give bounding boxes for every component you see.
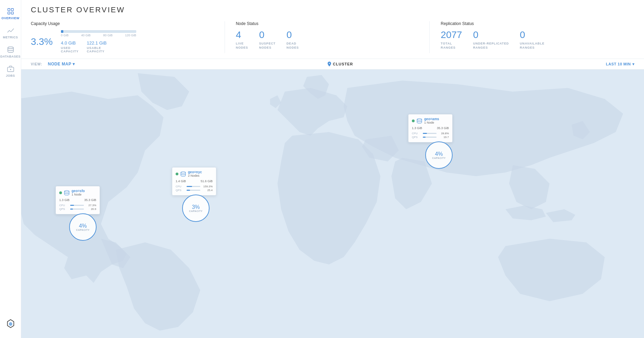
location-icon [328, 62, 331, 66]
suspect-nodes-number: 0 [259, 30, 276, 40]
nyc-popup-header: geo=nyc 2 Nodes [176, 170, 213, 177]
nyc-qps-bar [187, 190, 200, 191]
ams-db-icon [416, 118, 422, 124]
total-ranges-stat: 2077 TOTALRANGES [441, 30, 462, 50]
bar-label-80: 80 GiB [103, 34, 113, 37]
ams-qps-bar [423, 137, 437, 138]
capacity-title: Capacity Usage [31, 21, 214, 26]
capacity-percentage: 3.3% [31, 36, 53, 47]
nyc-db-icon [180, 171, 186, 177]
ams-qps-fill [423, 137, 426, 138]
nyc-total-gib: 51.6 GiB [201, 179, 213, 183]
view-label: VIEW: [31, 62, 42, 66]
replication-status-values: 2077 TOTALRANGES 0 UNDER-REPLICATEDRANGE… [441, 30, 623, 50]
ams-popup-header: geo=ams 1 Node [412, 117, 449, 124]
bar-label-40: 40 GiB [81, 34, 91, 37]
main-content: CLUSTER OVERVIEW Capacity Usage 3.3% 0 G… [21, 0, 644, 338]
ams-cpu-row: CPU 28.8% [412, 132, 449, 135]
sfo-circle-pct: 4% [79, 223, 87, 229]
sfo-db-icon [64, 190, 70, 196]
sidebar-item-metrics[interactable]: METRICS [0, 23, 21, 42]
capacity-bar-labels: 0 GiB 40 GiB 80 GiB 120 GiB [61, 34, 136, 37]
live-nodes-label: LIVENODES [236, 42, 248, 50]
ams-qps-row: QPS 19.7 [412, 136, 449, 139]
nyc-circle-pct: 3% [192, 204, 200, 210]
nyc-used-gib: 1.4 GiB [176, 179, 186, 183]
unavailable-ranges-label: UNAVAILABLERANGES [520, 42, 544, 50]
nyc-cpu-value: 159.3% [202, 185, 213, 188]
total-ranges-number: 2077 [441, 30, 462, 40]
cluster-label: CLUSTER [80, 62, 601, 66]
suspect-nodes-label: SUSPECTNODES [259, 42, 276, 50]
ams-used-gib: 1.3 GiB [412, 126, 422, 130]
nyc-status-dot [176, 173, 178, 175]
view-dropdown[interactable]: NODE MAP ▾ [48, 62, 75, 66]
nyc-qps-row: QPS 25.4 [176, 189, 213, 192]
usable-capacity-value: 122.1 GiB [87, 40, 107, 46]
node-status-section: Node Status 4 LIVENODES 0 SUSPECTNODES 0… [225, 21, 430, 53]
ams-stats: CPU 28.8% QPS 19.7 [412, 132, 449, 139]
replication-status-section: Replication Status 2077 TOTALRANGES 0 UN… [429, 21, 634, 53]
sidebar-item-databases[interactable]: DATABASES [0, 42, 21, 62]
ams-qps-value: 19.7 [438, 136, 449, 139]
ams-circle-label: CAPACITY [432, 157, 445, 159]
bar-label-120: 120 GiB [125, 34, 136, 37]
sidebar-item-overview[interactable]: OVERVIEW [0, 4, 21, 23]
capacity-bar-wrapper: 0 GiB 40 GiB 80 GiB 120 GiB [61, 30, 136, 37]
nyc-gib-row: 1.4 GiB 51.6 GiB [176, 179, 213, 183]
capacity-bar-fill [61, 30, 63, 33]
sfo-qps-bar [70, 209, 84, 210]
node-status-values: 4 LIVENODES 0 SUSPECTNODES 0 DEADNODES [236, 30, 419, 50]
stats-row: Capacity Usage 3.3% 0 GiB 40 GiB 80 GiB [31, 21, 634, 59]
sfo-qps-value: 20.9 [85, 208, 96, 211]
svg-point-11 [417, 118, 422, 120]
suspect-nodes-stat: 0 SUSPECTNODES [259, 30, 276, 50]
live-nodes-stat: 4 LIVENODES [236, 30, 248, 50]
nyc-node-circle[interactable]: 3% CAPACITY [182, 195, 210, 222]
node-status-title: Node Status [236, 21, 419, 26]
sfo-node-name: geo=sfo 1 Node [72, 189, 85, 196]
ams-status-dot [412, 120, 415, 122]
ams-cpu-fill [423, 133, 427, 134]
ams-total-gib: 35.3 GiB [437, 126, 449, 130]
under-replicated-label: UNDER-REPLICATEDRANGES [473, 42, 509, 50]
sfo-used-gib: 1.3 GiB [59, 198, 70, 202]
svg-point-9 [64, 190, 69, 192]
sfo-popup-header: geo=sfo 1 Node [59, 189, 96, 196]
nyc-node-popup: geo=nyc 2 Nodes 1.4 GiB 51.6 GiB CPU 159… [172, 167, 216, 196]
view-option-label: NODE MAP [48, 62, 72, 66]
svg-rect-2 [8, 12, 10, 14]
cluster-text: CLUSTER [333, 62, 353, 66]
nyc-node-name: geo=nyc 2 Nodes [188, 170, 202, 177]
sfo-node-circle[interactable]: 4% CAPACITY [69, 213, 97, 241]
nyc-qps-fill [187, 190, 190, 191]
under-replicated-number: 0 [473, 30, 509, 40]
sidebar-item-jobs[interactable]: JOBS [0, 62, 21, 81]
sidebar-item-jobs-label: JOBS [6, 74, 15, 77]
sfo-cpu-label: CPU [59, 204, 69, 207]
nyc-circle-label: CAPACITY [189, 210, 202, 212]
sfo-total-gib: 35.3 GiB [84, 198, 96, 202]
capacity-section: Capacity Usage 3.3% 0 GiB 40 GiB 80 GiB [31, 21, 225, 53]
ams-qps-label: QPS [412, 136, 421, 139]
sidebar-item-metrics-label: METRICS [3, 36, 18, 39]
ams-node-circle[interactable]: 4% CAPACITY [425, 141, 453, 169]
sfo-gib-row: 1.3 GiB 35.3 GiB [59, 198, 96, 202]
under-replicated-stat: 0 UNDER-REPLICATEDRANGES [473, 30, 509, 50]
nyc-qps-label: QPS [176, 189, 185, 192]
sfo-status-dot [59, 191, 62, 194]
sfo-cpu-row: CPU 27.3% [59, 204, 96, 207]
dead-nodes-number: 0 [287, 30, 299, 40]
total-ranges-label: TOTALRANGES [441, 42, 462, 50]
time-dropdown[interactable]: LAST 10 MIN ▾ [606, 62, 634, 66]
sfo-cpu-fill [70, 205, 74, 206]
sfo-node-popup: geo=sfo 1 Node 1.3 GiB 35.3 GiB CPU 27.3… [55, 186, 100, 214]
page-title: CLUSTER OVERVIEW [31, 5, 634, 14]
svg-point-4 [8, 47, 13, 49]
nyc-qps-value: 25.4 [202, 189, 213, 192]
nyc-cpu-label: CPU [176, 185, 185, 188]
ams-gib-row: 1.3 GiB 35.3 GiB [412, 126, 449, 130]
nyc-stats: CPU 159.3% QPS 25.4 [176, 185, 213, 192]
dead-nodes-stat: 0 DEADNODES [287, 30, 299, 50]
ams-circle-pct: 4% [435, 151, 443, 157]
